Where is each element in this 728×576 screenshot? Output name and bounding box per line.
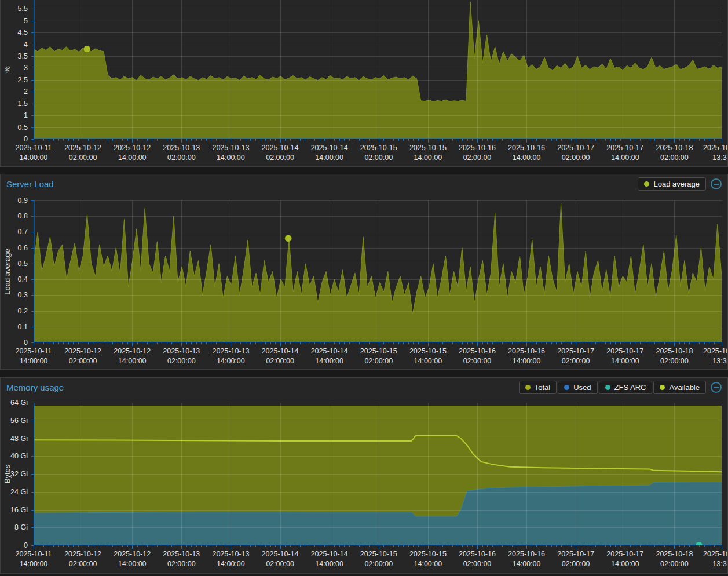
legend-label: Total [535,383,550,392]
legend-dot-icon [660,385,665,390]
minus-icon [714,387,719,388]
legend-label: ZFS ARC [614,383,646,392]
monitoring-dashboard: 00.511.522.533.544.555.52025-10-11 14:00… [0,0,728,576]
y-axis-title: Bytes [3,416,12,532]
y-tick-label: 0 [1,338,28,347]
legend-item-available[interactable]: Available [653,381,706,394]
legend-item-zfs-arc[interactable]: ZFS ARC [599,381,653,394]
x-tick-label: 2025-10-18 13:30 [687,347,728,366]
legend-label: Available [669,383,700,392]
legend-label: Load average [653,180,700,188]
memory-usage-chart[interactable] [29,403,728,549]
memory-usage-panel: Memory usage TotalUsedZFS ARCAvailable 0… [0,377,728,574]
y-tick-label: 0 [1,541,28,550]
legend-dot-icon [605,385,610,390]
x-tick-label: 2025-10-18 13:30 [687,549,728,569]
x-tick-label: 2025-10-18 13:30 [687,143,728,163]
panel-title: Memory usage [6,382,64,392]
y-axis-title: Load average [3,214,12,330]
server-load-panel: Server Load Load average 00.10.20.30.40.… [0,174,728,370]
legend-dot-icon [644,181,649,187]
legend-item-used[interactable]: Used [558,381,597,394]
legend-dot-icon [564,385,569,390]
collapse-button[interactable] [711,178,722,189]
collapse-button[interactable] [711,382,722,393]
legend-item-load-average[interactable]: Load average [638,177,706,191]
memory-usage-header: Memory usage TotalUsedZFS ARCAvailable [1,378,727,398]
y-tick-label: 0 [1,134,28,144]
server-load-header: Server Load Load average [1,174,727,194]
legend-dot-icon [525,385,531,390]
cpu-usage-chart[interactable] [29,0,728,143]
y-tick-label: 64 Gi [1,398,28,407]
y-tick-label: 0.9 [1,196,28,205]
panel-title: Server Load [6,179,54,189]
legend-label: Used [573,383,591,392]
server-load-chart[interactable] [29,200,728,347]
y-axis-title: % [3,12,12,127]
memory-usage-legend: TotalUsedZFS ARCAvailable [519,381,706,394]
minus-icon [714,184,719,185]
cpu-usage-panel: 00.511.522.533.544.555.52025-10-11 14:00… [0,0,728,167]
legend-item-total[interactable]: Total [519,381,557,394]
server-load-legend: Load average [638,177,706,191]
